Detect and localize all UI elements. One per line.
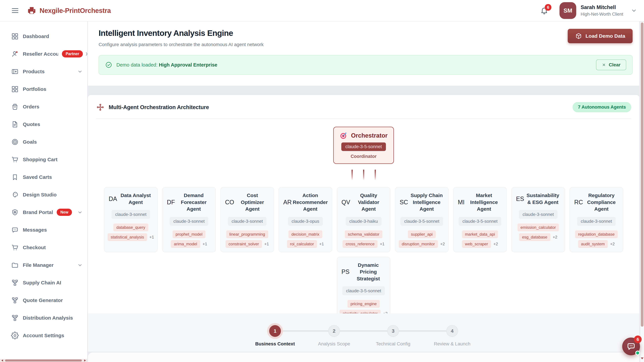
hamburger-menu-icon[interactable]: [11, 6, 20, 15]
orchestrator-diagram: Orchestrator claude-3-5-sonnet Coordinat…: [88, 119, 639, 313]
agent-model-pill: claude-3-opus: [288, 217, 323, 226]
agent-tool-pill: arima_model: [171, 240, 200, 248]
sidebar-item-saved-carts[interactable]: Saved Carts: [0, 168, 87, 186]
agent-tool-pill: disruption_monitor: [399, 240, 438, 248]
agent-model-pill: claude-3-sonnet: [519, 210, 558, 219]
sidebar-item-label: Checkout: [23, 245, 46, 250]
agent-tools: regulation_database audit_system +2: [575, 230, 618, 248]
agent-tool-pill: pricing_engine: [348, 300, 380, 308]
sidebar-item-messages[interactable]: Messages: [0, 221, 87, 239]
chat-fab-button[interactable]: 6: [622, 338, 640, 355]
sidebar-item-dashboard[interactable]: Dashboard: [0, 27, 87, 45]
sidebar-item-portfolios[interactable]: Portfolios: [0, 80, 87, 98]
agent-model-pill: claude-3-sonnet: [170, 217, 208, 226]
sidebar-item-account-settings[interactable]: Account Settings: [0, 327, 87, 344]
agent-tools-more: +1: [202, 242, 207, 246]
agent-tool-pill: market_data_api: [462, 230, 498, 238]
top-header: Nexgile-PrintOrchestra 6 SM Sarah Mitche…: [0, 0, 644, 21]
notifications-bell-icon[interactable]: 6: [540, 6, 548, 15]
sidebar-item-label: Reseller Accounts: [23, 51, 58, 57]
agent-tool-pill: constraint_solver: [226, 240, 262, 248]
sidebar-item-orders[interactable]: Orders: [0, 98, 87, 115]
online-status-dot: [635, 351, 640, 355]
user-menu-chevron-down-icon[interactable]: [630, 7, 637, 14]
chat-icon: [11, 226, 19, 234]
page-vertical-scrollbar[interactable]: [640, 22, 644, 362]
stepper-step-3[interactable]: 3 Technical Config: [387, 325, 399, 337]
agent-tools-more: +1: [150, 235, 154, 240]
chevron-right-icon: [84, 51, 88, 57]
package-icon: [575, 32, 582, 39]
header-right: 6 SM Sarah Mitchell High-Net-Worth Clien…: [540, 2, 637, 19]
sidebar-item-products[interactable]: Products: [0, 63, 87, 80]
page-subtitle: Configure analysis parameters to orchest…: [98, 42, 264, 47]
scrollbar-thumb[interactable]: [5, 360, 82, 362]
sidebar-item-quote-generator[interactable]: Quote Generator: [0, 292, 87, 309]
sidebar-item-label: Saved Carts: [23, 174, 52, 180]
agent-tools: database_query statistical_analysis +1: [108, 224, 154, 241]
sidebar-horizontal-scrollbar[interactable]: [0, 359, 88, 362]
agent-initials: DF: [167, 199, 175, 206]
scroll-down-arrow-icon[interactable]: [641, 358, 644, 359]
wizard-stepper: 1 Business Context2 Analysis Scope3 Tech…: [88, 313, 639, 337]
printer-logo-icon: [27, 6, 36, 15]
step-label: Review & Launch: [434, 341, 470, 347]
sidebar-item-quotes[interactable]: Quotes: [0, 115, 87, 133]
agent-initials: PS: [342, 268, 350, 275]
load-demo-data-label: Load Demo Data: [586, 33, 625, 39]
agent-tools-more: +1: [380, 242, 384, 246]
agent-card-qv: QV Quality Validator Agent claude-3-haik…: [337, 187, 390, 252]
connector-line: [363, 170, 364, 180]
clear-demo-data-button[interactable]: Clear: [596, 59, 626, 70]
main-content: Intelligent Inventory Analysis Engine Co…: [88, 21, 639, 362]
sidebar-item-design-studio[interactable]: Design Studio: [0, 186, 87, 203]
scroll-left-arrow-icon[interactable]: [1, 360, 3, 362]
step-number[interactable]: 4: [446, 325, 458, 337]
section-title: Multi-Agent Orchestration Architecture: [109, 104, 209, 110]
agent-name: Quality Validator Agent: [350, 192, 387, 213]
agent-card-rc: RC Regulatory Compliance Agent claude-3-…: [570, 187, 623, 252]
grid-icon: [11, 85, 19, 93]
agent-name: Data Analyst Agent: [117, 192, 154, 206]
sidebar-item-goals[interactable]: Goals: [0, 133, 87, 151]
agent-name: Action Recommender Agent: [292, 192, 329, 213]
sidebar-item-label: Design Studio: [23, 192, 57, 198]
step-number[interactable]: 3: [387, 325, 399, 337]
agent-tool-pill: linear_programming: [226, 230, 268, 238]
stepper-step-1[interactable]: 1 Business Context: [269, 325, 281, 337]
agent-initials: AR: [283, 199, 292, 206]
section-header: Multi-Agent Orchestration Architecture 7…: [88, 95, 639, 112]
chevron-down-icon: [77, 210, 83, 215]
user-dot-icon: [11, 50, 19, 58]
load-demo-data-button[interactable]: Load Demo Data: [568, 29, 632, 43]
step-number[interactable]: 2: [328, 325, 340, 337]
sidebar-item-label: Quotes: [23, 121, 40, 127]
stepper-step-4[interactable]: 4 Review & Launch: [446, 325, 458, 337]
scrollbar-thumb[interactable]: [641, 22, 644, 327]
sidebar-item-label: Account Settings: [23, 333, 64, 338]
scroll-right-arrow-icon[interactable]: [84, 360, 86, 362]
sidebar-item-label: Supply Chain AI: [23, 280, 61, 286]
sidebar-item-checkout[interactable]: Checkout: [0, 239, 87, 256]
demo-data-banner: Demo data loaded: High Approval Enterpri…: [98, 55, 632, 75]
sidebar-item-distribution-analysis[interactable]: Distribution Analysis: [0, 309, 87, 327]
step-label: Business Context: [255, 341, 295, 347]
sidebar-item-reseller-accounts[interactable]: Reseller AccountsPartner: [0, 45, 87, 63]
sidebar-item-shopping-cart[interactable]: Shopping Cart: [0, 151, 87, 168]
agent-initials: QV: [342, 199, 350, 206]
agent-tools-more: +1: [264, 242, 269, 246]
sidebar-item-file-manager[interactable]: File Manager: [0, 256, 87, 274]
agent-tools-more: +2: [553, 235, 557, 240]
agent-tools: schema_validator cross_reference +1: [343, 230, 384, 248]
sidebar-item-supply-chain-ai[interactable]: Supply Chain AI: [0, 274, 87, 292]
agent-tool-pill: regulation_database: [575, 230, 618, 238]
sidebar-item-brand-portal[interactable]: Brand PortalNew: [0, 203, 87, 221]
clear-label: Clear: [609, 62, 620, 67]
stepper-step-2[interactable]: 2 Analysis Scope: [328, 325, 340, 337]
agent-tools: pricing_engine elasticity_calculator +2: [340, 300, 388, 313]
agent-name: Market Intelligence Agent: [464, 192, 504, 213]
agent-tool-pill: web_scraper: [462, 240, 491, 248]
step-number[interactable]: 1: [269, 325, 281, 337]
avatar[interactable]: SM: [560, 2, 576, 19]
gear-icon: [11, 332, 19, 339]
